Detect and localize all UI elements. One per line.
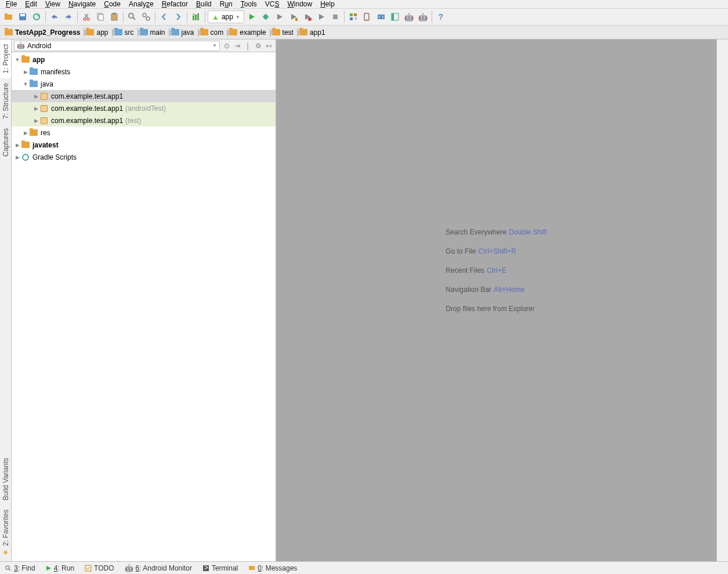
run2-button[interactable] [273,10,286,23]
coverage-button[interactable] [287,10,300,23]
tab-find[interactable]: 3: Find [5,564,35,572]
package-icon [41,105,48,112]
crumb-app[interactable]: app [84,26,111,39]
menu-run[interactable]: Run [216,0,236,8]
scroll-from-source-button[interactable]: ⊙ [222,41,231,50]
expand-icon[interactable]: ▶ [32,93,39,99]
expand-icon[interactable]: ▶ [22,130,29,136]
debug-button[interactable] [259,10,272,23]
replace-button[interactable] [140,10,153,23]
expand-icon[interactable]: ▶ [22,69,29,75]
menu-tools[interactable]: Tools [237,0,260,8]
tab-android-monitor[interactable]: 🤖6: Android Monitor [125,564,192,572]
menu-file[interactable]: File [2,0,20,8]
layout-button[interactable] [389,10,401,23]
expand-icon[interactable]: ▶ [14,142,21,148]
run-button[interactable] [245,10,258,23]
collapse-all-button[interactable]: ⇥ [233,41,242,50]
tree-label: Gradle Scripts [32,153,77,161]
crumb-main[interactable]: main [137,26,169,39]
android-icon: 🤖 [17,42,25,49]
save-button[interactable] [16,10,29,23]
menu-refactor[interactable]: Refactor [158,0,191,8]
copy-button[interactable] [94,10,107,23]
menu-window[interactable]: Window [284,0,316,8]
crumb-example[interactable]: example [227,26,269,39]
separator [187,11,187,23]
theme-button[interactable]: 🤖 [416,10,429,23]
tree-node-pkg1[interactable]: ▶ com.example.test.app1 [12,90,276,102]
crumb-project[interactable]: TestApp2_Progress [2,26,84,39]
paste-button[interactable] [108,10,121,23]
separator [123,11,124,23]
crumb-src[interactable]: src [112,26,137,39]
tree-node-gradle[interactable]: ▶ Gradle Scripts [12,151,276,163]
menu-help[interactable]: Help [317,0,338,8]
tab-messages[interactable]: 0: Messages [248,564,297,572]
tree-node-app[interactable]: ▼ app [12,53,276,66]
expand-icon[interactable]: ▼ [22,81,29,87]
profile-button[interactable] [301,10,314,23]
crumb-com[interactable]: com [198,26,227,39]
attach-button[interactable] [315,10,328,23]
avd-button[interactable] [361,10,374,23]
tab-todo[interactable]: TODO [85,564,114,572]
svg-line-35 [9,569,10,571]
menu-build[interactable]: Build [193,0,215,8]
tree-node-manifests[interactable]: ▶ manifests [12,66,276,78]
tree-node-res[interactable]: ▶ res [12,127,276,139]
tab-favorites[interactable]: ★2: Favorites [1,505,11,561]
tab-captures[interactable]: Captures [1,124,11,161]
tree-suffix: (test) [125,117,141,125]
make-button[interactable] [190,10,202,23]
stop-button[interactable] [329,10,342,23]
gradle-sync-button[interactable] [347,10,360,23]
tab-run[interactable]: 4: Run [46,564,74,572]
folder-icon [5,29,13,35]
tree-node-javatest[interactable]: ▶ javatest [12,139,276,151]
tab-terminal[interactable]: >Terminal [202,564,238,572]
folder-icon [200,29,208,35]
tree-node-pkg2[interactable]: ▶ com.example.test.app1 (androidTest) [12,102,276,114]
help-button[interactable]: ? [434,10,447,23]
sync-button[interactable] [30,10,43,23]
expand-icon[interactable]: ▶ [14,154,21,160]
crumb-java[interactable]: java [169,26,198,39]
editor-area[interactable]: Search Everywhere Double Shift Go to Fil… [276,39,716,561]
expand-icon[interactable]: ▶ [32,106,39,111]
hide-button[interactable]: ↤ [264,41,273,50]
left-gutter: 1: Project 7: Structure Captures Build V… [0,39,12,561]
tree-node-java[interactable]: ▼ java [12,78,276,90]
ddms-button[interactable]: 🤖 [403,10,415,23]
redo-button[interactable] [62,10,75,23]
tree-node-pkg3[interactable]: ▶ com.example.test.app1 (test) [12,114,276,127]
menu-code[interactable]: Code [100,0,124,8]
cut-button[interactable] [80,10,93,23]
tab-structure[interactable]: 7: Structure [1,78,11,124]
folder-icon [229,29,237,35]
expand-icon[interactable]: ▶ [32,118,39,124]
sdk-button[interactable] [375,10,387,23]
menu-analyze[interactable]: Analyze [125,0,157,8]
crumb-test[interactable]: test [270,26,297,39]
package-icon [41,117,48,124]
chevron-down-icon: ▼ [212,43,217,48]
tab-build-variants[interactable]: Build Variants [1,453,11,505]
svg-rect-27 [354,13,357,16]
find-button[interactable] [126,10,139,23]
crumb-app1[interactable]: app1 [297,26,329,39]
open-button[interactable] [2,10,15,23]
gear-icon[interactable]: ⚙ [253,41,263,50]
menu-vcs[interactable]: VCS [262,0,283,8]
expand-icon[interactable]: ▼ [14,57,21,63]
forward-button[interactable] [172,10,184,23]
run-config-combo[interactable]: ▲ app ▼ [208,10,244,23]
tab-project[interactable]: 1: Project [1,39,11,78]
separator [344,11,345,23]
menu-view[interactable]: View [42,0,64,8]
menu-edit[interactable]: Edit [21,0,41,8]
undo-button[interactable] [48,10,61,23]
back-button[interactable] [158,10,171,23]
menu-navigate[interactable]: Navigate [65,0,99,8]
project-view-dropdown[interactable]: 🤖 Android ▼ [14,41,220,51]
